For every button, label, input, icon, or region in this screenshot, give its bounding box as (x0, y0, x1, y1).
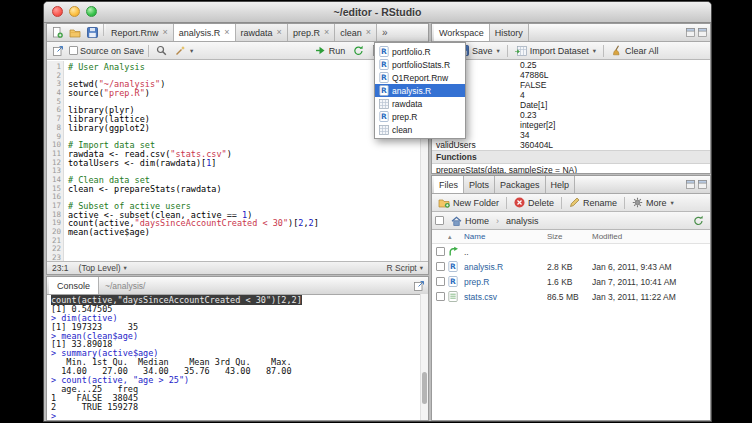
console-popout-button[interactable] (411, 277, 428, 294)
tab-console[interactable]: Console (49, 277, 99, 294)
file-checkbox[interactable] (432, 292, 448, 301)
tab-history[interactable]: History (490, 24, 529, 41)
import-dataset-button[interactable]: Import Dataset▾ (512, 45, 599, 57)
chevron-down-icon: ▾ (671, 199, 674, 207)
maximize-pane-button[interactable] (698, 24, 707, 41)
workspace-row[interactable]: Date[1] (432, 100, 710, 110)
tab-files[interactable]: Files (434, 176, 464, 193)
svg-text:R: R (381, 60, 387, 69)
rename-button[interactable]: Rename (566, 196, 620, 209)
title-bar[interactable]: ~/editor - RStudio (44, 2, 711, 23)
workspace-variables: 0.2547886LFALSE4Date[1]0.23integer[2]34v… (432, 60, 710, 150)
source-tab-strip: Report.Rnw×analysis.R×rawdata×prep.R×cle… (47, 24, 428, 42)
console-scrollbar[interactable] (420, 294, 428, 420)
minimize-pane-button[interactable] (686, 24, 695, 41)
new-file-icon (52, 27, 63, 38)
delete-button[interactable]: Delete (511, 196, 557, 209)
file-name[interactable]: analysis.R (464, 262, 547, 272)
scope-selector[interactable]: (Top Level)▾ (79, 263, 127, 273)
workspace-row[interactable]: 0.25 (432, 60, 710, 70)
save-file-button[interactable] (84, 24, 101, 41)
workspace-row[interactable]: 0.23 (432, 110, 710, 120)
popout-editor-button[interactable] (50, 44, 67, 57)
menu-item-rawdata[interactable]: rawdata (375, 97, 465, 110)
new-file-button[interactable] (49, 24, 66, 41)
tab-packages[interactable]: Packages (495, 176, 546, 193)
tab-plots[interactable]: Plots (464, 176, 495, 193)
r-file-icon: R (379, 111, 389, 122)
home-crumb[interactable]: Home (448, 215, 492, 227)
file-checkbox[interactable] (432, 262, 448, 271)
file-row[interactable]: stats.csv86.5 MBJan 3, 2011, 11:22 AM (432, 289, 710, 304)
tab-help[interactable]: Help (546, 176, 576, 193)
maximize-pane-button[interactable] (698, 176, 707, 193)
column-modified[interactable]: Modified (592, 232, 710, 241)
more-button[interactable]: More▾ (629, 196, 677, 209)
file-checkbox[interactable] (432, 277, 448, 286)
tab-workspace[interactable]: Workspace (434, 24, 490, 41)
workspace-row[interactable]: 34 (432, 130, 710, 140)
file-name[interactable]: stats.csv (464, 292, 547, 302)
workspace-row[interactable]: 4 (432, 90, 710, 100)
console-output[interactable]: count(active,"daysSinceAccountCreated < … (47, 294, 420, 420)
source-on-save-checkbox[interactable] (69, 46, 78, 55)
checkbox (436, 262, 445, 271)
workspace-row[interactable]: FALSE (432, 80, 710, 90)
menu-item-clean[interactable]: clean (375, 123, 465, 136)
new-folder-button[interactable]: New Folder (435, 197, 502, 209)
run-button[interactable]: Run (312, 44, 349, 57)
code-line: mean(active$age) (68, 228, 428, 237)
source-tab-analysis.R[interactable]: analysis.R× (174, 24, 236, 41)
zoom-button[interactable] (86, 6, 97, 17)
folder-crumb[interactable]: analysis (503, 215, 542, 227)
minimize-pane-icon (686, 28, 695, 37)
refresh-button[interactable] (690, 214, 707, 227)
workspace-row[interactable]: 47886L (432, 70, 710, 80)
rerun-button[interactable] (350, 44, 367, 57)
clear-all-button[interactable]: Clear All (608, 44, 662, 57)
menu-item-portfolio.R[interactable]: Rportfolio.R (375, 45, 465, 58)
menu-item-portfolioStats.R[interactable]: RportfolioStats.R (375, 58, 465, 71)
parent-directory-icon (448, 246, 464, 257)
workspace-row[interactable]: validUsers360404L (432, 140, 710, 150)
workspace-row[interactable]: integer[2] (432, 120, 710, 130)
code-tools-button[interactable]: ▾ (172, 44, 196, 57)
select-all-checkbox[interactable] (435, 216, 444, 225)
file-row[interactable]: Rprep.R1.6 KBJan 7, 2011, 10:41 AM (432, 274, 710, 289)
sort-cell[interactable]: ▴ (448, 233, 464, 241)
tab-close-icon[interactable]: × (324, 28, 329, 37)
file-row[interactable]: .. (432, 244, 710, 259)
file-size: 1.6 KB (547, 277, 592, 287)
tab-close-icon[interactable]: × (366, 28, 371, 37)
source-tab-clean[interactable]: clean× (335, 24, 377, 41)
file-name[interactable]: .. (464, 247, 547, 257)
column-name[interactable]: Name (464, 232, 547, 241)
tab-close-icon[interactable]: × (163, 28, 168, 37)
tab-overflow-button[interactable]: » (377, 24, 393, 41)
menu-item-prep.R[interactable]: Rprep.R (375, 110, 465, 123)
function-signature[interactable]: prepareStats(data, sampleSize = NA) (432, 164, 710, 173)
file-checkbox[interactable] (432, 247, 448, 256)
tab-close-icon[interactable]: × (277, 28, 282, 37)
tab-close-icon[interactable]: × (224, 28, 229, 37)
doc-type-selector[interactable]: R Script▾ (387, 263, 424, 273)
menu-item-Q1Report.Rnw[interactable]: RQ1Report.Rnw (375, 71, 465, 84)
close-button[interactable] (52, 6, 63, 17)
source-tab-Report.Rnw[interactable]: Report.Rnw× (106, 24, 174, 41)
source-tab-rawdata[interactable]: rawdata× (236, 24, 288, 41)
rerun-icon (353, 45, 364, 56)
file-row[interactable]: Ranalysis.R2.8 KBJan 6, 2011, 9:43 AM (432, 259, 710, 274)
code-line (68, 254, 428, 261)
source-tab-prep.R[interactable]: prep.R× (288, 24, 335, 41)
scrollbar-thumb[interactable] (422, 372, 427, 404)
code-editor[interactable]: 1234567891011121314151617181920212223 # … (47, 61, 428, 261)
file-name[interactable]: prep.R (464, 277, 547, 287)
menu-item-analysis.R[interactable]: Ranalysis.R (375, 84, 465, 97)
minimize-button[interactable] (69, 6, 80, 17)
functions-section-header: Functions (432, 150, 710, 164)
column-size[interactable]: Size (547, 232, 592, 241)
find-replace-button[interactable] (153, 44, 170, 57)
open-file-button[interactable] (66, 24, 84, 41)
variable-value: 360404L (520, 140, 710, 150)
minimize-pane-button[interactable] (686, 176, 695, 193)
